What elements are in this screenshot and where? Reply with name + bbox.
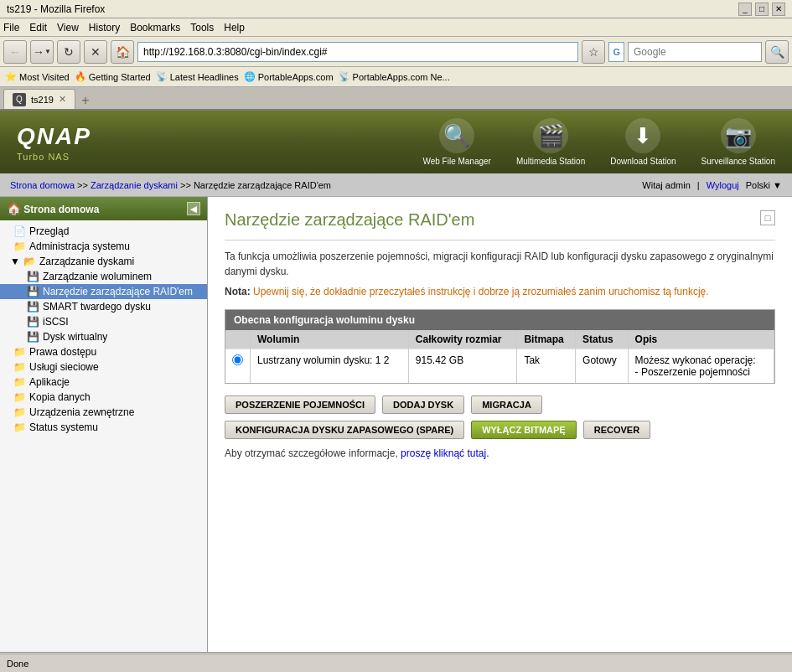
breadcrumb-home[interactable]: Strona domowa — [10, 180, 75, 190]
browser-title: ts219 - Mozilla Firefox — [7, 3, 105, 15]
address-bar[interactable] — [137, 42, 578, 62]
reload-button[interactable]: ↻ — [57, 40, 80, 64]
row-volume: Lustrzany wolumin dysku: 1 2 — [251, 349, 409, 384]
menu-bookmarks[interactable]: Bookmarks — [130, 22, 180, 34]
multimedia-station-icon[interactable]: 🎬 Multimedia Station — [516, 118, 585, 166]
logout-link[interactable]: Wyloguj — [707, 180, 739, 190]
volume-radio[interactable] — [232, 354, 243, 365]
menu-file[interactable]: File — [3, 22, 19, 34]
bookmark-most-visited[interactable]: ⭐ Most Visited — [5, 71, 70, 82]
close-btn[interactable]: ✕ — [772, 3, 785, 16]
tab-close-icon[interactable]: ✕ — [59, 94, 66, 105]
sidebar-item-administracja[interactable]: 📁 Administracja systemu — [0, 239, 207, 254]
sidebar-item-uslugi-sieciowe[interactable]: 📁 Usługi sieciowe — [0, 359, 207, 375]
table-row: Lustrzany wolumin dysku: 1 2 915.42 GB T… — [225, 349, 774, 384]
bookmark-latest-headlines[interactable]: 📡 Latest Headlines — [156, 71, 239, 82]
download-station-circle: ⬇ — [625, 118, 660, 153]
breadcrumb-bar: Strona domowa >> Zarządzanie dyskami >> … — [0, 173, 792, 197]
qnap-logo: QNAP — [17, 123, 91, 150]
btn-bitmap[interactable]: WYŁĄCZ BITMAPĘ — [471, 421, 577, 439]
stop-button[interactable]: ✕ — [84, 40, 107, 64]
title-collapse-button[interactable]: □ — [760, 210, 775, 225]
sidebar-header: 🏠 Strona domowa ◀ — [0, 197, 207, 220]
sidebar-item-kopia-danych[interactable]: 📁 Kopia danych — [0, 390, 207, 405]
sidebar-item-smart[interactable]: 💾 SMART twardego dysku — [0, 299, 207, 314]
web-file-manager-circle: 🔍 — [439, 118, 474, 153]
przeglad-icon: 📄 — [13, 225, 26, 237]
bookmark-getting-started[interactable]: 🔥 Getting Started — [75, 71, 151, 82]
info-text: Aby otrzymać szczegółowe informacje, — [225, 447, 401, 459]
raid-icon: 💾 — [27, 286, 39, 297]
aplikacje-icon: 📁 — [13, 376, 26, 388]
menu-help[interactable]: Help — [224, 22, 245, 34]
title-divider — [225, 240, 775, 240]
przeglad-label: Przegląd — [29, 225, 69, 237]
sidebar-item-status-systemu[interactable]: 📁 Status systemu — [0, 420, 207, 435]
btn-expand-capacity[interactable]: POSZERZENIE POJEMNOŚCI — [225, 395, 375, 414]
btn-recover[interactable]: RECOVER — [583, 421, 650, 439]
btn-migrate[interactable]: MIGRACJA — [471, 395, 542, 414]
menu-edit[interactable]: Edit — [29, 22, 47, 34]
breadcrumb-sep2: >> — [180, 180, 194, 190]
administracja-icon: 📁 — [13, 240, 26, 252]
forward-button-group[interactable]: → ▼ — [30, 40, 54, 64]
row-radio-cell — [225, 349, 251, 384]
flame-icon: 🔥 — [75, 71, 86, 82]
sidebar-tree: 📄 Przegląd 📁 Administracja systemu ▼ 📂 Z… — [0, 220, 207, 438]
menu-view[interactable]: View — [57, 22, 79, 34]
info-link[interactable]: proszę kliknąć tutaj. — [401, 447, 489, 459]
btn-spare[interactable]: KONFIGURACJA DYSKU ZAPASOWEGO (SPARE) — [225, 421, 464, 439]
status-label: Status systemu — [29, 421, 98, 433]
qnap-icon-bar: 🔍 Web File Manager 🎬 Multimedia Station … — [422, 118, 775, 166]
breadcrumb-current: Narzędzie zarządzające RAID'em — [194, 180, 331, 190]
download-station-icon[interactable]: ⬇ Download Station — [610, 118, 676, 166]
smart-label: SMART twardego dysku — [43, 301, 151, 313]
surveillance-station-icon[interactable]: 📷 Surveillance Station — [701, 118, 775, 166]
browser-toolbar: ← → ▼ ↻ ✕ 🏠 ☆ G 🔍 — [0, 37, 792, 67]
qnap-content: Strona domowa >> Zarządzanie dyskami >> … — [0, 173, 792, 672]
bookmark-label: Latest Headlines — [170, 72, 239, 82]
menu-history[interactable]: History — [89, 22, 120, 34]
bookmark-label: Most Visited — [19, 72, 70, 82]
breadcrumb-disk-mgmt[interactable]: Zarządzanie dyskami — [91, 180, 178, 190]
bookmark-portableapps-ne[interactable]: 📡 PortableApps.com Ne... — [339, 71, 450, 82]
maximize-btn[interactable]: □ — [755, 3, 769, 16]
minimize-btn[interactable]: _ — [738, 3, 752, 16]
home-button[interactable]: 🏠 — [111, 40, 134, 64]
menu-tools[interactable]: Tools — [190, 22, 214, 34]
sidebar-item-urzadzenia-zewnetrzne[interactable]: 📁 Urządzenia zewnętrzne — [0, 405, 207, 420]
sidebar-item-aplikacje[interactable]: 📁 Aplikacje — [0, 375, 207, 390]
row-bitmapa: Tak — [517, 349, 576, 384]
sidebar-item-zarzadzanie-woluminem[interactable]: 💾 Zarządzanie woluminem — [0, 269, 207, 284]
sidebar-item-narzedzie-raid[interactable]: 💾 Narzędzie zarządzające RAID'em — [0, 284, 207, 299]
multimedia-station-circle: 🎬 — [533, 118, 568, 153]
sidebar-item-dysk-wirtualny[interactable]: 💾 Dysk wirtualny — [0, 329, 207, 344]
sidebar-item-prawa-dostepu[interactable]: 📁 Prawa dostępu — [0, 344, 207, 359]
sidebar-item-przeglad[interactable]: 📄 Przegląd — [0, 224, 207, 239]
sidebar-item-zarzadzanie-dyskami[interactable]: ▼ 📂 Zarządzanie dyskami — [0, 254, 207, 269]
web-file-manager-icon[interactable]: 🔍 Web File Manager — [422, 118, 491, 166]
col-bitmapa: Bitmapa — [517, 330, 576, 349]
sidebar-item-iscsi[interactable]: 💾 iSCSI — [0, 314, 207, 329]
breadcrumb-sep1: >> — [77, 180, 91, 190]
search-input[interactable] — [628, 42, 762, 62]
bookmark-portableapps[interactable]: 🌐 PortableApps.com — [244, 71, 334, 82]
col-status: Status — [576, 330, 628, 349]
bookmark-star[interactable]: ☆ — [582, 40, 605, 64]
dysk-wirtualny-label: Dysk wirtualny — [43, 331, 107, 343]
back-button[interactable]: ← — [3, 40, 27, 64]
btn-add-disk[interactable]: DODAJ DYSK — [382, 395, 464, 414]
lang-text: Polski — [746, 180, 770, 190]
sidebar-collapse-button[interactable]: ◀ — [187, 202, 200, 215]
sidebar: 🏠 Strona domowa ◀ 📄 Przegląd 📁 Administ — [0, 197, 208, 652]
iscsi-icon: 💾 — [27, 316, 39, 328]
raid-label: Narzędzie zarządzające RAID'em — [43, 286, 193, 297]
bookmark-label: PortableApps.com Ne... — [353, 72, 450, 82]
content-inner: Narzędzie zarządzające RAID'em □ Ta funk… — [208, 197, 792, 473]
tab-ts219[interactable]: Q ts219 ✕ — [3, 89, 75, 109]
search-go-button[interactable]: 🔍 — [765, 40, 789, 64]
new-tab-button[interactable]: + — [75, 92, 96, 109]
iscsi-label: iSCSI — [43, 316, 69, 328]
rss-icon2: 📡 — [339, 71, 350, 82]
language-selector[interactable]: Polski ▼ — [746, 180, 782, 190]
